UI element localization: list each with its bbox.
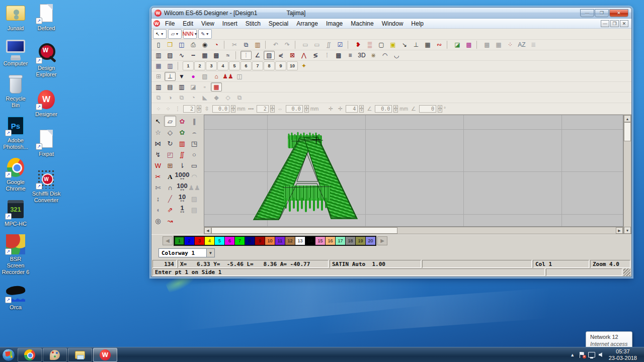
slow-redraw-button[interactable]: ◪ [188, 82, 199, 92]
palette-swatch[interactable]: 9 [255, 237, 265, 245]
angle-stitch-button[interactable]: ∠ [252, 51, 263, 60]
copy-button[interactable]: ⧉ [240, 40, 252, 49]
closed-object-tool[interactable]: ◇ [164, 127, 176, 138]
File[interactable]: File [161, 19, 179, 28]
arc-down-button[interactable]: ◡ [391, 51, 402, 60]
restore-button[interactable]: ❐ [595, 9, 609, 17]
scroll-down-icon[interactable]: ▼ [624, 227, 631, 234]
Designer[interactable]: W ↗ Designer [31, 89, 61, 118]
image-map-tool[interactable]: ▨ [188, 193, 200, 204]
Window[interactable]: Window [378, 19, 408, 28]
machine-function-a-button[interactable]: ▦ [153, 61, 164, 70]
vertical-scroll-thumb[interactable] [624, 122, 631, 141]
travel-colors-button[interactable]: ▦ [211, 82, 222, 92]
taskbar-chrome-button[interactable] [18, 348, 42, 362]
function-4-button[interactable]: 4 [217, 61, 228, 70]
pencil-run-tool[interactable]: ╱ [164, 193, 176, 204]
zoom-1000-tool[interactable]: 1000 ↔ [176, 171, 188, 182]
palette-swatch[interactable]: 19 [356, 237, 365, 245]
column-stitch-button[interactable]: ▧ [165, 51, 176, 60]
ring-tool[interactable]: ◎ [152, 215, 164, 226]
width-spinner[interactable]: ▲▼ [304, 105, 309, 113]
effect-3d-button[interactable]: 3D [356, 51, 367, 60]
palette-swatch[interactable]: 8 [245, 237, 255, 245]
grid-toggle-button[interactable]: ▦ [422, 40, 433, 49]
parallel-weave-tool[interactable]: ∥ [188, 116, 200, 127]
lines-effect-button[interactable]: ≡ [345, 51, 356, 60]
arc-up-button[interactable]: ◠ [379, 51, 390, 60]
Junaid[interactable]: ↗ Junaid [1, 3, 30, 32]
minimize-button[interactable]: — [580, 9, 594, 17]
View[interactable]: View [197, 19, 218, 28]
sparkle-effect-button[interactable]: ⋇ [368, 51, 379, 60]
layout-tool[interactable]: ▤ [188, 204, 200, 215]
divider[interactable] [224, 41, 227, 49]
satin-width-tool[interactable]: ▥ [176, 138, 188, 149]
zoom-10-tool[interactable]: 10 ↔ [176, 193, 188, 204]
divider[interactable] [235, 51, 238, 59]
lettering-tool[interactable]: A [164, 171, 176, 182]
hoop-frame-button[interactable]: ⊞ [153, 72, 164, 81]
bitmap-button[interactable]: ▩ [463, 40, 474, 49]
machine-function-b-button[interactable]: ▥ [165, 61, 176, 70]
function-3-button[interactable]: 3 [206, 61, 217, 70]
overview-grid-button[interactable]: ▦ [493, 40, 504, 49]
group-button[interactable]: ▭ [300, 40, 311, 49]
rectangle-tool[interactable]: ▭ [188, 160, 200, 171]
start-button[interactable] [0, 348, 17, 362]
mdi-close-button[interactable]: ✕ [620, 20, 628, 27]
ungroup-button[interactable]: ▭ [311, 40, 323, 49]
Google Chrome[interactable]: ↗ Google Chrome [1, 157, 30, 192]
mirror-copy-button[interactable]: ⧉ [153, 93, 164, 102]
new-file-button[interactable]: ▯ [153, 40, 164, 49]
arc-tool[interactable]: ⌢ [188, 127, 200, 138]
zoom-1-tool[interactable]: 1 ↔ [176, 204, 188, 215]
function-9-button[interactable]: 9 [275, 61, 286, 70]
width-field[interactable]: 0.0 [286, 105, 303, 113]
palette-swatch[interactable]: 18 [346, 237, 355, 245]
reshape-node-tool[interactable]: ⋈ [152, 138, 164, 149]
undo-button[interactable]: ↶ [270, 40, 281, 49]
satin-view-button[interactable]: ❥ [353, 40, 364, 49]
penetration-tool[interactable]: ⇂ [176, 160, 188, 171]
select-object-tool[interactable]: ↖ [152, 116, 164, 127]
close-button[interactable]: ✕ [609, 9, 628, 17]
cap-frame-tool[interactable]: ◠ [188, 171, 200, 182]
spacing-spinner[interactable]: ▲▼ [231, 105, 235, 113]
satin-stitch-button[interactable]: ▥ [153, 51, 164, 60]
color-list-button[interactable]: ⁘ [505, 40, 516, 49]
palette-swatch[interactable]: 16 [326, 237, 335, 245]
contour-stitch-button[interactable]: ⊠ [287, 51, 298, 60]
tray-expand-icon[interactable]: ▲ [569, 352, 576, 357]
freehand-select-tool[interactable]: ☆ [152, 127, 164, 138]
rotation-spinner[interactable]: ▲▼ [438, 105, 442, 113]
palette-swatch[interactable]: 20 [366, 237, 375, 245]
polygon-select-tool-button[interactable]: ▱ ▼ [168, 29, 182, 39]
wave-stitch-button[interactable]: ≶ [310, 51, 321, 60]
taskbar-paint-button[interactable] [43, 348, 67, 362]
Insert[interactable]: Insert [218, 19, 242, 28]
Stitch[interactable]: Stitch [242, 19, 265, 28]
palette-swatch[interactable]: 5 [215, 237, 224, 245]
function-10-button[interactable]: 10 [287, 61, 298, 70]
marquee-button[interactable]: ▫ [199, 82, 210, 92]
shape-letter-tool[interactable]: ◳ [188, 138, 200, 149]
Edit[interactable]: Edit [179, 19, 197, 28]
needle-down-button[interactable]: ⊥ [165, 72, 176, 81]
reshape-object-tool[interactable]: ▱ [164, 116, 176, 127]
rotate-45-button[interactable]: ◔ [188, 93, 199, 102]
fill-view-button[interactable]: ▣ [387, 40, 398, 49]
column-stitch-tool[interactable]: ∬ [176, 149, 188, 160]
palette-swatch[interactable]: 10 [265, 237, 275, 245]
spacing-field[interactable]: 0.0 [212, 105, 229, 113]
divider[interactable] [348, 41, 351, 49]
needle-point-button[interactable]: ⊥ [411, 40, 422, 49]
palette-left-arrow-icon[interactable]: ◀ [163, 236, 173, 245]
rotation-field[interactable]: 0 [419, 105, 436, 113]
operators-tool[interactable]: ♟♟ [188, 182, 200, 193]
Fixpat[interactable]: ↗ Fixpat [31, 129, 61, 157]
Computer[interactable]: ↗ Computer [1, 38, 30, 67]
bridge-tool[interactable]: ∩ [164, 182, 176, 193]
function-5-button[interactable]: 5 [229, 61, 240, 70]
taskbar-wilcom-button[interactable]: W [93, 348, 117, 362]
